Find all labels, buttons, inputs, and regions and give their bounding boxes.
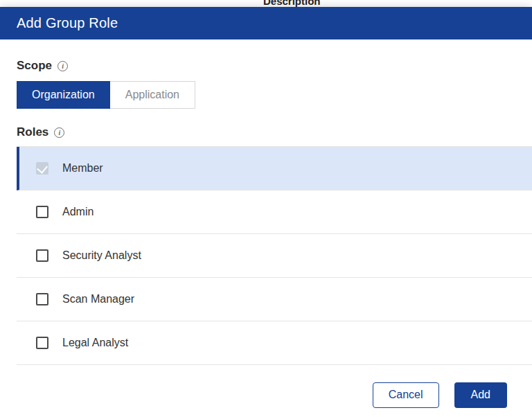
scope-option-application[interactable]: Application [110, 81, 195, 109]
dialog-header: Add Group Role [0, 7, 532, 39]
role-label-member: Member [62, 162, 103, 175]
role-label-admin: Admin [62, 206, 94, 218]
scope-section-header: Scope i [0, 59, 532, 73]
role-label-legal-analyst: Legal Analyst [62, 337, 128, 349]
scope-toggle: Organization Application [17, 81, 195, 109]
scope-option-organization[interactable]: Organization [17, 81, 110, 109]
background-page-text: Description [263, 0, 321, 7]
role-checkbox-legal-analyst[interactable] [36, 337, 48, 349]
role-row-admin[interactable]: Admin [17, 190, 532, 234]
dialog-footer: Cancel Add [0, 373, 532, 417]
role-label-scan-manager: Scan Manager [62, 293, 134, 305]
role-checkbox-member [36, 162, 48, 175]
roles-label: Roles [17, 125, 48, 139]
role-label-security-analyst: Security Analyst [62, 249, 141, 262]
role-checkbox-admin[interactable] [36, 206, 48, 218]
cancel-button[interactable]: Cancel [373, 382, 439, 408]
role-row-security-analyst[interactable]: Security Analyst [17, 234, 532, 278]
dialog-body: Scope i Organization Application Roles i… [0, 39, 532, 373]
add-group-role-dialog: Add Group Role Scope i Organization Appl… [0, 7, 532, 417]
scope-info-icon[interactable]: i [57, 61, 68, 71]
dialog-title: Add Group Role [17, 15, 118, 31]
add-button[interactable]: Add [454, 382, 507, 408]
roles-info-icon[interactable]: i [54, 127, 64, 138]
scope-label: Scope [17, 59, 52, 73]
role-checkbox-security-analyst[interactable] [36, 249, 48, 262]
role-row-legal-analyst[interactable]: Legal Analyst [17, 321, 532, 365]
role-checkbox-scan-manager[interactable] [36, 293, 48, 305]
role-row-member[interactable]: Member [17, 147, 532, 190]
roles-list: Member Admin Security Analyst Scan Manag… [17, 146, 532, 365]
role-row-scan-manager[interactable]: Scan Manager [17, 278, 532, 321]
roles-section-header: Roles i [0, 125, 532, 139]
